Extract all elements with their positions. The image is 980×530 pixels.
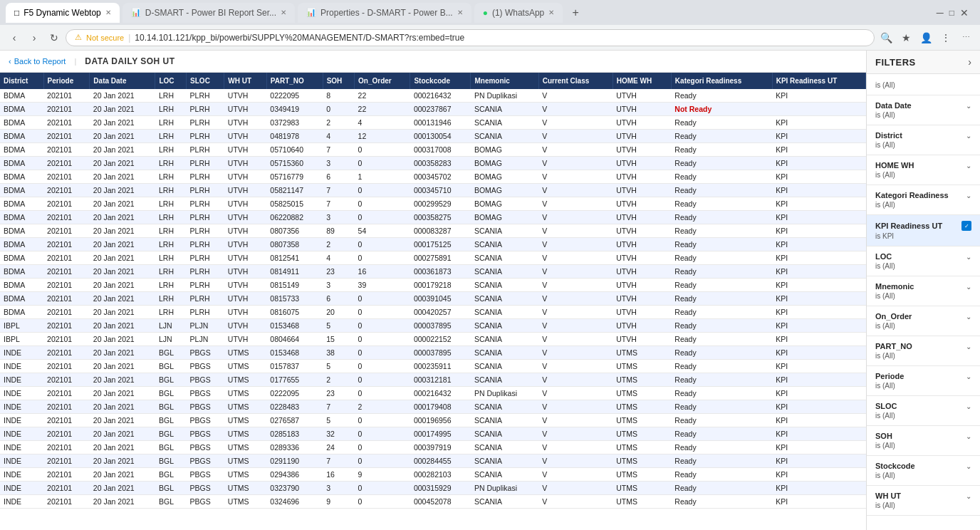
table-row[interactable]: BDMA20210120 Jan 2021LRHPLRHUTVH08160752… [0, 306, 866, 319]
filter-name-label: SLOC [875, 402, 897, 410]
table-row[interactable]: INDE20210120 Jan 2021BGLPBGSUTMS02220952… [0, 387, 866, 400]
cell-periode: 202101 [43, 103, 90, 116]
table-row[interactable]: BDMA20210120 Jan 2021LRHPLRHUTVH08157336… [0, 292, 866, 306]
search-button[interactable]: 🔍 [877, 29, 895, 46]
back-to-report-button[interactable]: ‹ Back to Report [9, 57, 66, 66]
table-row[interactable]: BDMA20210120 Jan 2021LRHPLRHUTVH05710640… [0, 143, 866, 157]
back-button[interactable]: ‹ [6, 29, 23, 46]
cell-district: INDE [0, 346, 43, 360]
table-row[interactable]: BDMA20210120 Jan 2021LRHPLRHUTVH03729832… [0, 116, 866, 130]
filter-item-data-date[interactable]: Data Date⌄is (All) [867, 95, 980, 125]
table-row[interactable]: INDE20210120 Jan 2021BGLPBGSUTMS02765875… [0, 414, 866, 427]
cell-part-no: 0222095 [266, 387, 323, 400]
new-tab-button[interactable]: + [565, 3, 585, 23]
cell-stockcode: 000284455 [410, 454, 471, 468]
filter-item-on-order[interactable]: On_Order⌄is (All) [867, 306, 980, 336]
table-row[interactable]: BDMA20210120 Jan 2021LRHPLRHUTVH02220958… [0, 89, 866, 103]
table-row[interactable]: INDE20210120 Jan 2021BGLPBGSUTMS02284837… [0, 400, 866, 414]
table-row[interactable]: INDE20210120 Jan 2021BGLPBGSUTMS02893362… [0, 441, 866, 454]
filter-item-kategori-readiness[interactable]: Kategori Readiness⌄is (All) [867, 185, 980, 215]
table-row[interactable]: INDE20210120 Jan 2021BGLPBGSUTMS03237903… [0, 482, 866, 495]
filter-item-top[interactable]: is (All) [867, 74, 980, 95]
cell-on-order: 54 [355, 224, 410, 238]
table-container[interactable]: DistrictPeriodeData DateLOCSLOCWH UTPART… [0, 73, 866, 530]
cell-district: INDE [0, 400, 43, 414]
filter-item-wh-ut[interactable]: WH UT⌄is (All) [867, 486, 980, 516]
filter-item-home-wh[interactable]: HOME WH⌄is (All) [867, 155, 980, 185]
maximize-button[interactable]: □ [949, 8, 954, 18]
cell-periode: 202101 [43, 157, 90, 170]
table-row[interactable]: INDE20210120 Jan 2021BGLPBGSUTMS01534683… [0, 346, 866, 360]
table-row[interactable]: INDE20210120 Jan 2021BGLPBGSUTMS01776552… [0, 373, 866, 387]
cell-periode: 202101 [43, 441, 90, 454]
cell-loc: LRH [155, 265, 187, 279]
table-row[interactable]: INDE20210120 Jan 2021BGLPBGSUTMS01578375… [0, 360, 866, 373]
filter-item-district[interactable]: District⌄is (All) [867, 125, 980, 155]
table-row[interactable]: INDE20210120 Jan 2021BGLPBGSUTMS02851833… [0, 427, 866, 441]
cell-part-no: 0291190 [266, 454, 323, 468]
table-row[interactable]: IBPL20210120 Jan 2021LJNPLJNUTVH01534685… [0, 319, 866, 333]
table-row[interactable]: BDMA20210120 Jan 2021LRHPLRHUTVH08151493… [0, 279, 866, 292]
tab-f5-close[interactable]: ✕ [105, 9, 111, 16]
table-row[interactable]: BDMA20210120 Jan 2021LRHPLRHUTVH05715360… [0, 157, 866, 170]
table-row[interactable]: BDMA20210120 Jan 2021LRHPLRHUTVH08149112… [0, 265, 866, 279]
filter-item-part-no[interactable]: PART_NO⌄is (All) [867, 336, 980, 366]
minimize-button[interactable]: ─ [937, 7, 944, 19]
table-row[interactable]: INDE20210120 Jan 2021BGLPBGSUTMS02911907… [0, 454, 866, 468]
tab-whatsapp-close[interactable]: ✕ [548, 9, 554, 16]
cell-home-wh: UTMS [612, 387, 671, 400]
address-bar[interactable]: ⚠ Not secure | 10.14.101.121/kpp_bi/powe… [66, 29, 875, 46]
filter-chevron-icon: ⌄ [966, 102, 971, 110]
table-row[interactable]: BDMA20210120 Jan 2021LRHPLRHUTVH03494190… [0, 103, 866, 116]
cell-kpi-readiness-ut: KPI [772, 170, 865, 184]
table-row[interactable]: INDE20210120 Jan 2021BGLPBGSUTMS03246969… [0, 495, 866, 509]
table-row[interactable]: BDMA20210120 Jan 2021LRHPLRHUTVH04819784… [0, 130, 866, 143]
table-row[interactable]: BDMA20210120 Jan 2021LRHPLRHUTVH06220882… [0, 211, 866, 224]
cell-kategori-readiness: Ready [671, 265, 772, 279]
table-row[interactable]: INDE20210120 Jan 2021BGLPBGSUTMS02943861… [0, 468, 866, 482]
bookmark-button[interactable]: ★ [897, 29, 914, 46]
table-row[interactable]: IBPL20210120 Jan 2021LJNPLJNUTVH08046641… [0, 333, 866, 346]
tab-properties-close[interactable]: ✕ [457, 9, 463, 16]
tab-whatsapp[interactable]: ● (1) WhatsApp ✕ [474, 3, 563, 23]
refresh-button[interactable]: ↻ [46, 29, 63, 46]
cell-soh: 3 [323, 157, 354, 170]
header-divider: | [74, 57, 76, 66]
table-row[interactable]: BDMA20210120 Jan 2021LRHPLRHUTVH08125414… [0, 251, 866, 265]
menu-button[interactable]: ⋮ [937, 29, 954, 46]
table-row[interactable]: BDMA20210120 Jan 2021LRHPLRHUTVH05821147… [0, 184, 866, 197]
profile-button[interactable]: 👤 [917, 29, 934, 46]
table-row[interactable]: BDMA20210120 Jan 2021LRHPLRHUTVH05825015… [0, 197, 866, 211]
filter-item-periode[interactable]: Periode⌄is (All) [867, 366, 980, 396]
filter-chevron-icon: ⌄ [966, 343, 971, 350]
filters-expand-icon[interactable]: › [968, 56, 971, 68]
cell-wh-ut: UTVH [224, 292, 266, 306]
cell-stockcode: 000317008 [410, 143, 471, 157]
table-row[interactable]: BDMA20210120 Jan 2021LRHPLRHUTVH08073568… [0, 224, 866, 238]
filter-header: Kategori Readiness⌄ [875, 191, 971, 199]
forward-button[interactable]: › [26, 29, 43, 46]
filter-value-label: is (All) [875, 472, 971, 479]
tab-properties[interactable]: 📊 Properties - D-SMART - Power B... ✕ [298, 3, 471, 23]
cell-on-order: 1 [355, 170, 410, 184]
extensions-button[interactable]: ⋯ [957, 29, 974, 46]
tab-dsmart[interactable]: 📊 D-SMART - Power BI Report Ser... ✕ [123, 3, 295, 23]
filters-header: FILTERS › [867, 51, 980, 74]
filter-item-mnemonic[interactable]: Mnemonic⌄is (All) [867, 276, 980, 306]
cell-soh: 0 [323, 103, 354, 116]
close-button[interactable]: ✕ [960, 7, 969, 19]
filter-item-loc[interactable]: LOC⌄is (All) [867, 246, 980, 276]
filter-item-sloc[interactable]: SLOC⌄is (All) [867, 396, 980, 426]
cell-sloc: PLRH [187, 170, 224, 184]
filter-item-stockcode[interactable]: Stockcode⌄is (All) [867, 456, 980, 486]
tab-f5[interactable]: □ F5 Dynamic Webtop ✕ [6, 3, 120, 23]
cell-sloc: PBGS [187, 454, 224, 468]
cell-soh: 15 [323, 333, 354, 346]
table-row[interactable]: BDMA20210120 Jan 2021LRHPLRHUTVH08073582… [0, 238, 866, 251]
cell-home-wh: UTVH [612, 292, 671, 306]
tab-dsmart-close[interactable]: ✕ [281, 9, 286, 16]
table-row[interactable]: BDMA20210120 Jan 2021LRHPLRHUTVH05716779… [0, 170, 866, 184]
cell-loc: BGL [155, 400, 187, 414]
filter-item-soh[interactable]: SOH⌄is (All) [867, 426, 980, 456]
filter-item-kpi-readiness-ut[interactable]: KPI Readiness UT✓is KPI [867, 215, 980, 246]
